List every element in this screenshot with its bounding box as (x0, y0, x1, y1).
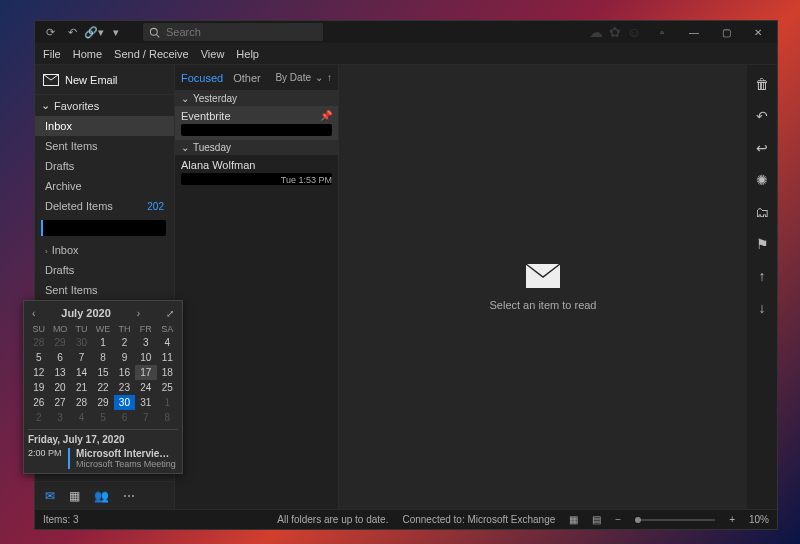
cal-day[interactable]: 3 (49, 410, 70, 425)
cal-day[interactable]: 5 (92, 410, 113, 425)
cal-expand-icon[interactable]: ⤢ (166, 308, 174, 319)
cal-day[interactable]: 14 (71, 365, 92, 380)
sidebar-item-inbox[interactable]: ›Inbox (35, 240, 174, 260)
cal-day[interactable]: 11 (157, 350, 178, 365)
sidebar-item-deleted-items[interactable]: Deleted Items202 (35, 196, 174, 216)
cal-event-time: 2:00 PM (28, 448, 62, 458)
search-input[interactable] (166, 26, 317, 38)
cal-day[interactable]: 2 (28, 410, 49, 425)
menu-home[interactable]: Home (73, 48, 102, 60)
zoom-in[interactable]: + (729, 514, 735, 525)
cal-day[interactable]: 22 (92, 380, 113, 395)
cal-dow: SA (157, 323, 178, 335)
sidebar-item-drafts[interactable]: Drafts (35, 156, 174, 176)
minimize-button[interactable]: — (679, 21, 709, 43)
attachment-dropdown-icon[interactable]: 🔗▾ (87, 25, 101, 39)
sync-icon[interactable]: ⟳ (43, 25, 57, 39)
ribbon-toggle-icon[interactable]: ▫ (647, 21, 677, 43)
cal-day[interactable]: 15 (92, 365, 113, 380)
cal-day[interactable]: 29 (49, 335, 70, 350)
dropdown-icon[interactable]: ▾ (109, 25, 123, 39)
sidebar-item-drafts[interactable]: Drafts (35, 260, 174, 280)
cal-day[interactable]: 31 (135, 395, 156, 410)
mail-nav-icon[interactable]: ✉ (45, 489, 55, 503)
cal-day[interactable]: 8 (157, 410, 178, 425)
cal-day[interactable]: 10 (135, 350, 156, 365)
cal-day[interactable]: 26 (28, 395, 49, 410)
menu-file[interactable]: File (43, 48, 61, 60)
zoom-slider[interactable] (635, 519, 715, 521)
search-box[interactable] (143, 23, 323, 41)
maximize-button[interactable]: ▢ (711, 21, 741, 43)
cal-day[interactable]: 7 (135, 410, 156, 425)
favorites-header[interactable]: ⌄Favorites (35, 95, 174, 116)
cal-day[interactable]: 28 (28, 335, 49, 350)
cal-day[interactable]: 30 (71, 335, 92, 350)
new-email-label: New Email (65, 74, 118, 86)
cal-next-icon[interactable]: › (137, 308, 140, 319)
cal-prev-icon[interactable]: ‹ (32, 308, 35, 319)
cal-dow: FR (135, 323, 156, 335)
people-nav-icon[interactable]: 👥 (94, 489, 109, 503)
cal-day[interactable]: 13 (49, 365, 70, 380)
sort-bydate[interactable]: By Date ⌄ ↑ (275, 72, 332, 83)
cal-day[interactable]: 29 (92, 395, 113, 410)
undo-icon[interactable]: ↶ (65, 25, 79, 39)
cal-day[interactable]: 6 (114, 410, 135, 425)
new-email-button[interactable]: New Email (35, 65, 174, 95)
menu-help[interactable]: Help (236, 48, 259, 60)
settings-icon[interactable]: ✺ (753, 171, 771, 189)
zoom-out[interactable]: − (615, 514, 621, 525)
reply-icon[interactable]: ↩ (753, 139, 771, 157)
arrow-up-icon[interactable]: ↑ (753, 267, 771, 285)
group-header[interactable]: ⌄Tuesday (175, 140, 338, 155)
message-item[interactable]: Alana WolfmanTue 1:53 PM (175, 155, 338, 189)
cal-day[interactable]: 28 (71, 395, 92, 410)
sidebar-item-archive[interactable]: Archive (35, 176, 174, 196)
menu-sendreceive[interactable]: Send / Receive (114, 48, 189, 60)
cal-day[interactable]: 4 (71, 410, 92, 425)
more-nav-icon[interactable]: ⋯ (123, 489, 135, 503)
account-header[interactable] (43, 220, 166, 236)
cal-day[interactable]: 24 (135, 380, 156, 395)
sidebar-item-sent-items[interactable]: Sent Items (35, 136, 174, 156)
close-button[interactable]: ✕ (743, 21, 773, 43)
view-reading-icon[interactable]: ▤ (592, 514, 601, 525)
cal-day[interactable]: 25 (157, 380, 178, 395)
delete-icon[interactable]: 🗑 (753, 75, 771, 93)
tab-focused[interactable]: Focused (181, 72, 223, 84)
cal-day[interactable]: 20 (49, 380, 70, 395)
cal-day[interactable]: 6 (49, 350, 70, 365)
cal-day[interactable]: 7 (71, 350, 92, 365)
cal-day[interactable]: 19 (28, 380, 49, 395)
tab-other[interactable]: Other (233, 72, 261, 84)
cal-day[interactable]: 17 (135, 365, 156, 380)
message-item[interactable]: Eventbrite📌 (175, 106, 338, 140)
archive-icon[interactable]: 🗂 (753, 203, 771, 221)
cal-day[interactable]: 12 (28, 365, 49, 380)
menu-view[interactable]: View (201, 48, 225, 60)
cal-day[interactable]: 2 (114, 335, 135, 350)
sidebar-item-inbox[interactable]: Inbox (35, 116, 174, 136)
arrow-down-icon[interactable]: ↓ (753, 299, 771, 317)
group-header[interactable]: ⌄Yesterday (175, 91, 338, 106)
cal-day[interactable]: 1 (157, 395, 178, 410)
cal-day[interactable]: 4 (157, 335, 178, 350)
cal-day[interactable]: 30 (114, 395, 135, 410)
cal-day[interactable]: 9 (114, 350, 135, 365)
view-normal-icon[interactable]: ▦ (569, 514, 578, 525)
cal-day[interactable]: 27 (49, 395, 70, 410)
cal-event-title[interactable]: Microsoft Interview & demo w/ Set... (76, 448, 176, 459)
cal-day[interactable]: 1 (92, 335, 113, 350)
cal-day[interactable]: 8 (92, 350, 113, 365)
cal-day[interactable]: 21 (71, 380, 92, 395)
flag-icon[interactable]: ⚑ (753, 235, 771, 253)
cal-day[interactable]: 16 (114, 365, 135, 380)
calendar-nav-icon[interactable]: ▦ (69, 489, 80, 503)
sidebar-item-sent-items[interactable]: Sent Items (35, 280, 174, 300)
cal-day[interactable]: 18 (157, 365, 178, 380)
cal-day[interactable]: 5 (28, 350, 49, 365)
cal-day[interactable]: 3 (135, 335, 156, 350)
cal-day[interactable]: 23 (114, 380, 135, 395)
undo-icon[interactable]: ↶ (753, 107, 771, 125)
